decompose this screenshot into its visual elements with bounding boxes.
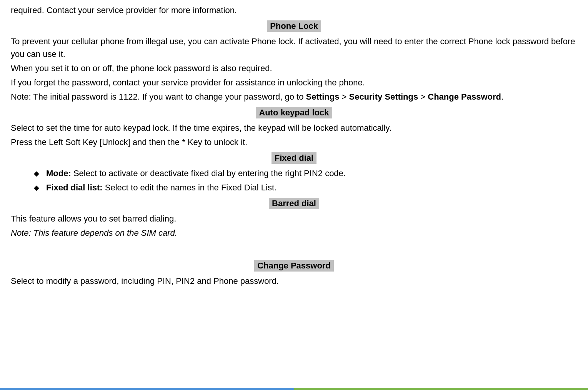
barred-dial-heading: Barred dial (269, 198, 319, 209)
fixed-dial-bullet1-text: Mode: Select to activate or deactivate f… (46, 167, 346, 180)
fixed-dial-bullet1: ◆ Mode: Select to activate or deactivate… (11, 167, 577, 180)
bullet-symbol-1: ◆ (34, 168, 39, 179)
fixed-dial-heading-row: Fixed dial (11, 152, 577, 164)
fixed-dial-bullet2-text: Fixed dial list: Select to edit the name… (46, 181, 277, 194)
spacer-2 (11, 248, 577, 256)
phone-lock-para3: If you forget the password, contact your… (11, 76, 577, 89)
change-password-heading: Change Password (254, 260, 334, 272)
bullet-symbol-2: ◆ (34, 183, 39, 193)
bottom-bar-left (0, 388, 294, 390)
bottom-bar (0, 388, 588, 390)
barred-dial-para2: Note: This feature depends on the SIM ca… (11, 227, 577, 239)
phone-lock-para4-mid: > (339, 92, 349, 102)
phone-lock-para4-end: . (501, 92, 503, 102)
phone-lock-para4-mid2: > (418, 92, 428, 102)
spacer-1 (11, 241, 577, 248)
fixed-dial-bullet1-body: Select to activate or deactivate fixed d… (71, 168, 346, 178)
intro-text: required. Contact your service provider … (11, 4, 577, 17)
fixed-dial-list-label: Fixed dial list: (46, 183, 103, 192)
phone-lock-para4: Note: The initial password is 1122. If y… (11, 90, 577, 103)
phone-lock-para1: To prevent your cellular phone from ille… (11, 35, 577, 60)
phone-lock-heading: Phone Lock (267, 20, 321, 32)
phone-lock-settings-bold: Settings (306, 92, 340, 102)
phone-lock-para2: When you set it to on or off, the phone … (11, 62, 577, 75)
page-container: required. Contact your service provider … (0, 0, 588, 304)
fixed-dial-bullet2-body: Select to edit the names in the Fixed Di… (103, 183, 277, 192)
phone-lock-change-password-bold: Change Password (428, 92, 501, 102)
auto-keypad-lock-para1: Select to set the time for auto keypad l… (11, 122, 577, 134)
fixed-dial-bullet2: ◆ Fixed dial list: Select to edit the na… (11, 181, 577, 194)
phone-lock-security-bold: Security Settings (349, 92, 418, 102)
auto-keypad-lock-para2: Press the Left Soft Key [Unlock] and the… (11, 136, 577, 148)
auto-keypad-lock-heading-row: Auto keypad lock (11, 107, 577, 118)
bottom-bar-right (294, 388, 588, 390)
change-password-heading-row: Change Password (11, 260, 577, 272)
fixed-dial-mode-label: Mode: (46, 168, 71, 178)
fixed-dial-heading: Fixed dial (272, 152, 316, 164)
change-password-para1: Select to modify a password, including P… (11, 275, 577, 287)
auto-keypad-lock-heading: Auto keypad lock (256, 107, 332, 118)
phone-lock-para4-pre: Note: The initial password is 1122. If y… (11, 92, 306, 102)
barred-dial-para1: This feature allows you to set barred di… (11, 212, 577, 225)
phone-lock-heading-row: Phone Lock (11, 20, 577, 32)
barred-dial-heading-row: Barred dial (11, 198, 577, 209)
